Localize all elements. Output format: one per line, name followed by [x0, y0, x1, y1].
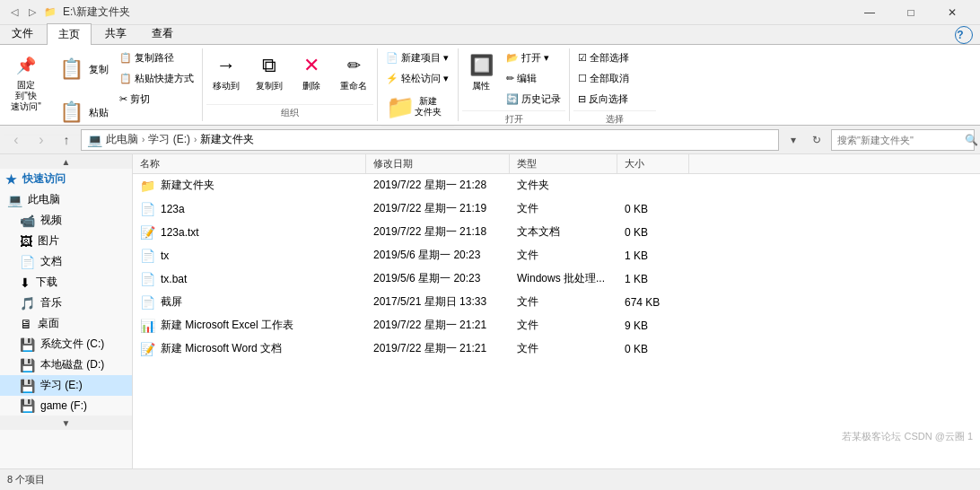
status-bar: 8 个项目 [0, 468, 980, 490]
new-folder-icon: 📁 [388, 94, 413, 119]
sidebar-item-picture[interactable]: 🖼 图片 [0, 231, 132, 251]
paste-button[interactable]: 📋 粘贴 [50, 92, 113, 133]
up-nav-button[interactable]: ↑ [56, 129, 77, 151]
new-item-button[interactable]: 📄 新建项目 ▾ [381, 48, 453, 67]
select-none-icon: ☐ [578, 73, 587, 84]
table-row[interactable]: 📊 新建 Microsoft Excel 工作表 2019/7/22 星期一 2… [133, 314, 980, 337]
quick-access-icon: ★ [5, 172, 17, 187]
sidebar-item-music[interactable]: 🎵 音乐 [0, 293, 132, 313]
select-all-button[interactable]: ☑ 全部选择 [573, 48, 634, 67]
sidebar-item-download[interactable]: ⬇ 下载 [0, 272, 132, 293]
address-part-drive[interactable]: 学习 (E:) [148, 132, 190, 147]
file-name-cell: 📄 123a [133, 202, 366, 216]
properties-button[interactable]: 🔲 属性 [462, 48, 500, 97]
address-part-folder[interactable]: 新建文件夹 [200, 132, 254, 147]
sidebar-item-quick-access[interactable]: ★ 快速访问 [0, 169, 132, 189]
file-type-cell: Windows 批处理... [510, 271, 617, 286]
new-item-icon: 📄 [386, 52, 398, 64]
pin-button[interactable]: 📌 固定到"快 速访问" [4, 48, 48, 117]
close-button[interactable]: ✕ [932, 0, 973, 25]
move-to-button[interactable]: → 移动到 [206, 48, 246, 97]
file-list-body: 📁 新建文件夹 2019/7/22 星期一 21:28 文件夹 📄 123a 2… [133, 174, 980, 468]
address-part-pc[interactable]: 此电脑 [106, 132, 138, 147]
rename-button[interactable]: ✏ 重命名 [334, 48, 373, 97]
paste-icon: 📋 [55, 96, 87, 128]
open-label: 打开 [462, 110, 565, 127]
sidebar-item-d-drive[interactable]: 💾 本地磁盘 (D:) [0, 354, 132, 375]
file-size-cell: 1 KB [617, 249, 689, 262]
sidebar-item-c-drive[interactable]: 💾 系统文件 (C:) [0, 334, 132, 354]
help-button[interactable]: ? [955, 26, 973, 44]
col-header-size[interactable]: 大小 [617, 154, 689, 173]
table-row[interactable]: 📝 123a.txt 2019/7/22 星期一 21:18 文本文档 0 KB [133, 221, 980, 244]
sidebar-scroll-down[interactable]: ▼ [0, 416, 132, 430]
select-content: ☑ 全部选择 ☐ 全部取消 ⊟ 反向选择 [573, 48, 656, 109]
open-button[interactable]: 📂 打开 ▾ [502, 48, 565, 67]
copy-path-button[interactable]: 📋 复制路径 [115, 48, 198, 67]
copy-button[interactable]: 📋 复制 [50, 48, 113, 90]
sidebar-scroll-up[interactable]: ▲ [0, 154, 132, 169]
search-box[interactable]: 🔍 [831, 129, 975, 151]
address-bar-controls: ▾ ↻ [783, 129, 827, 151]
watermark: 若某极客论坛 CSDN @云圈 1 [842, 430, 973, 443]
copy-icon: 📋 [55, 53, 87, 85]
picture-icon: 🖼 [20, 234, 32, 249]
clipboard-actions: 📋 复制 📋 粘贴 [50, 48, 113, 133]
forward-icon[interactable]: ▷ [25, 5, 39, 20]
address-bar[interactable]: 💻 此电脑 › 学习 (E:) › 新建文件夹 [81, 129, 779, 151]
file-type-cell: 文本文档 [510, 224, 617, 240]
new-content: 📄 新建项目 ▾ ⚡ 轻松访问 ▾ 📁 新建 文件夹 [381, 48, 454, 124]
tab-share[interactable]: 共享 [93, 22, 138, 44]
copy-to-button[interactable]: ⧉ 复制到 [249, 48, 289, 97]
table-row[interactable]: 📄 123a 2019/7/22 星期一 21:19 文件 0 KB [133, 197, 980, 221]
file-list-header: 名称 修改日期 类型 大小 [133, 154, 980, 174]
invert-selection-button[interactable]: ⊟ 反向选择 [573, 90, 633, 109]
col-header-date[interactable]: 修改日期 [366, 154, 510, 173]
back-icon[interactable]: ◁ [7, 5, 22, 20]
bat-icon: 📄 [140, 272, 155, 286]
tab-file[interactable]: 文件 [0, 22, 45, 44]
file-name-cell: 📊 新建 Microsoft Excel 工作表 [133, 318, 366, 333]
address-dropdown-button[interactable]: ▾ [783, 129, 804, 151]
tab-home[interactable]: 主页 [47, 23, 92, 45]
search-input[interactable] [837, 135, 961, 145]
new-folder-button[interactable]: 📁 新建 文件夹 [381, 90, 448, 124]
title-path: E:\新建文件夹 [63, 4, 130, 20]
table-row[interactable]: 📄 截屏 2017/5/21 星期日 13:33 文件 674 KB [133, 291, 980, 314]
sidebar-item-this-pc[interactable]: 💻 此电脑 [0, 189, 132, 210]
delete-button[interactable]: ✕ 删除 [293, 48, 330, 97]
sidebar-item-e-drive[interactable]: 💾 学习 (E:) [0, 375, 132, 396]
file-date-cell: 2019/5/6 星期一 20:23 [366, 248, 510, 263]
col-header-name[interactable]: 名称 [133, 154, 366, 173]
table-row[interactable]: 📄 tx 2019/5/6 星期一 20:23 文件 1 KB [133, 244, 980, 267]
delete-icon: ✕ [299, 53, 324, 78]
forward-nav-button[interactable]: › [31, 129, 52, 151]
paste-shortcut-button[interactable]: 📋 粘贴快捷方式 [115, 69, 198, 88]
copy-path-icon: 📋 [119, 52, 132, 64]
doc-icon: 📄 [20, 255, 35, 269]
tab-view[interactable]: 查看 [140, 22, 185, 44]
table-row[interactable]: 📁 新建文件夹 2019/7/22 星期一 21:28 文件夹 [133, 174, 980, 197]
d-drive-icon: 💾 [20, 358, 35, 372]
sidebar-item-video[interactable]: 📹 视频 [0, 210, 132, 231]
back-nav-button[interactable]: ‹ [5, 129, 27, 151]
music-icon: 🎵 [20, 296, 35, 311]
cut-button[interactable]: ✂ 剪切 [115, 90, 198, 109]
minimize-button[interactable]: — [849, 0, 890, 25]
edit-button[interactable]: ✏ 编辑 [502, 69, 565, 88]
sidebar-item-desktop[interactable]: 🖥 桌面 [0, 313, 132, 334]
refresh-button[interactable]: ↻ [806, 129, 827, 151]
col-header-type[interactable]: 类型 [510, 154, 617, 173]
table-row[interactable]: 📝 新建 Microsoft Word 文档 2019/7/22 星期一 21:… [133, 337, 980, 361]
search-icon[interactable]: 🔍 [965, 134, 978, 146]
sidebar-item-doc[interactable]: 📄 文档 [0, 251, 132, 272]
table-row[interactable]: 📄 tx.bat 2019/5/6 星期一 20:23 Windows 批处理.… [133, 267, 980, 291]
history-button[interactable]: 🔄 历史记录 [502, 90, 565, 109]
folder-nav-icon: 💻 [87, 133, 102, 147]
easy-access-button[interactable]: ⚡ 轻松访问 ▾ [381, 69, 453, 88]
select-none-button[interactable]: ☐ 全部取消 [573, 69, 634, 88]
file-type-cell: 文件夹 [510, 178, 617, 193]
sidebar-item-f-drive[interactable]: 💾 game (F:) [0, 396, 132, 416]
maximize-button[interactable]: □ [890, 0, 932, 25]
file-name-cell: 📄 截屏 [133, 294, 366, 310]
